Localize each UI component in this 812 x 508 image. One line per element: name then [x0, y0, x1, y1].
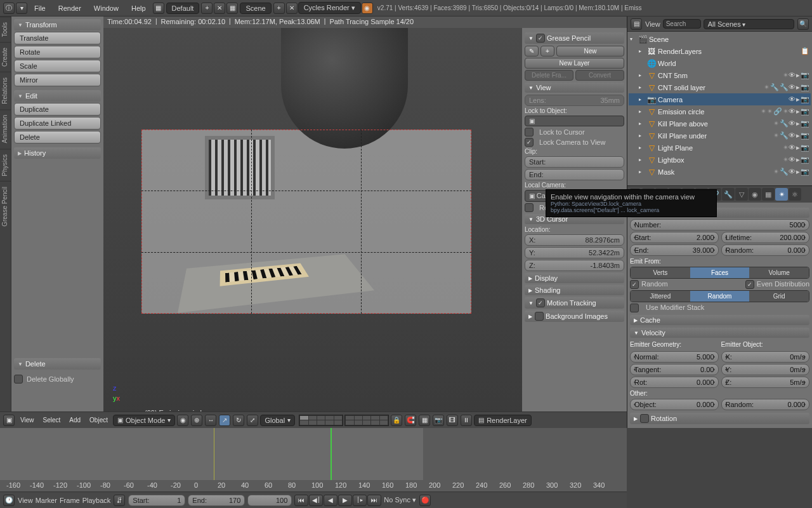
restrict-icon[interactable]: 👁 [789, 83, 796, 91]
outliner-row[interactable]: ▸▽Lightbox✴👁▸📷 [629, 154, 811, 166]
clip-end-field[interactable]: End: [525, 169, 624, 180]
vp-select-menu[interactable]: Select [39, 417, 65, 424]
panel-rotation[interactable]: Rotation [630, 413, 809, 424]
menu-window[interactable]: Window [88, 4, 125, 12]
distribution-toggle[interactable]: Jittered Random Grid [630, 290, 809, 302]
restrict-icon[interactable]: 👁 [789, 95, 796, 104]
layer-buttons[interactable] [299, 415, 389, 426]
tl-start-field[interactable]: Start:1 [128, 495, 185, 506]
outliner-row[interactable]: ▸▽Light Plane✴👁▸📷 [629, 142, 811, 154]
restrict-icon[interactable]: 📷 [801, 95, 809, 104]
tab-particles[interactable]: ✴ [775, 188, 788, 201]
render-preview-icon[interactable]: 📷 [433, 415, 444, 426]
orientation-dropdown[interactable]: Global ▾ [260, 415, 295, 426]
lock-layers-icon[interactable]: 🔒 [391, 415, 402, 426]
restrict-icon[interactable]: ▸ [796, 168, 800, 176]
outliner-row[interactable]: ▸📷Camera👁▸📷 [629, 93, 811, 105]
lock-cursor-checkbox[interactable] [525, 128, 534, 137]
outliner-row[interactable]: 🌐World [629, 57, 811, 69]
outliner-row[interactable]: ▸▽CNT 5nm✴👁▸📷 [629, 69, 811, 81]
delete-globally-checkbox[interactable] [14, 375, 23, 384]
tab-material[interactable]: ◉ [749, 188, 761, 201]
manipulator-toggle[interactable]: ↔ [205, 415, 216, 426]
scene-browse-icon[interactable]: ▦ [226, 3, 238, 14]
mode-dropdown[interactable]: ▣ Object Mode ▾ [113, 415, 175, 426]
restrict-icon[interactable]: 📷 [801, 107, 809, 116]
restrict-icon[interactable]: ▸ [796, 131, 800, 140]
translate-button[interactable]: Translate [14, 32, 101, 44]
render-border-checkbox[interactable] [525, 203, 534, 212]
tl-range-icon[interactable]: ⭿ [114, 495, 125, 506]
vp-add-menu[interactable]: Add [65, 417, 84, 424]
restrict-icon[interactable]: 📷 [801, 156, 809, 164]
vel-x-field[interactable]: X:0m/s [721, 351, 810, 363]
render-engine-dropdown[interactable]: Cycles Render ▾ [298, 2, 361, 14]
emission-lifetime-field[interactable]: Lifetime:200.000 [721, 232, 810, 243]
vtab-animation[interactable]: Animation [0, 109, 11, 148]
np-motion-tracking[interactable]: Motion Tracking [525, 297, 624, 309]
tl-current-field[interactable]: 100 [247, 495, 292, 506]
panel-edit[interactable]: Edit [14, 90, 101, 102]
panel-transform[interactable]: Transform [14, 19, 101, 30]
vtab-create[interactable]: Create [0, 42, 11, 72]
screen-browse-icon[interactable]: ▦ [153, 3, 164, 14]
tab-texture[interactable]: ▦ [762, 188, 775, 201]
tl-keyframe-next[interactable]: ⏐▶ [353, 495, 367, 506]
manip-rotate-icon[interactable]: ↻ [233, 415, 244, 426]
vel-object-field[interactable]: Object:0.000 [630, 399, 719, 410]
restrict-icon[interactable]: 📷 [801, 71, 809, 79]
vtab-tools[interactable]: Tools [0, 17, 11, 42]
duplicate-linked-button[interactable]: Duplicate Linked [14, 117, 101, 130]
tl-autokey-icon[interactable]: 🔴 [419, 495, 431, 506]
gp-add-icon[interactable]: + [540, 46, 554, 57]
restrict-icon[interactable]: 👁 [789, 168, 796, 176]
vel-tangent-field[interactable]: Tangent:0.00 [630, 364, 719, 375]
viewport-canvas[interactable]: zyx (99) Emission circle [103, 28, 522, 428]
timeline-cursor[interactable] [331, 428, 332, 480]
outliner-row[interactable]: ▸▽Kill Plane under✴🔧👁▸📷 [629, 130, 811, 142]
menu-file[interactable]: File [28, 4, 52, 12]
restrict-icon[interactable]: 📷 [801, 131, 809, 140]
emit-random-checkbox[interactable] [630, 280, 639, 289]
restrict-icon[interactable]: ▸ [796, 107, 800, 116]
timeline-editor-icon[interactable]: 🕐 [3, 495, 15, 506]
pivot-dropdown[interactable]: ⊕ [191, 415, 202, 426]
vel-z-field[interactable]: Z:5m/s [721, 377, 810, 388]
restrict-icon[interactable]: 👁 [789, 107, 796, 116]
cursor-x-field[interactable]: X:88.2976cm [525, 234, 624, 246]
tl-jump-end[interactable]: ⏭ [367, 495, 381, 506]
delete-button[interactable]: Delete [14, 131, 101, 144]
grease-enable-checkbox[interactable] [536, 34, 545, 43]
vp-object-menu[interactable]: Object [86, 417, 112, 424]
vtab-relations[interactable]: Relations [0, 72, 11, 109]
restrict-icon[interactable]: ▸ [796, 71, 800, 79]
np-grease-pencil[interactable]: Grease Pencil [525, 32, 624, 44]
restrict-icon[interactable]: ▸ [796, 144, 800, 152]
tl-view-menu[interactable]: View [18, 497, 33, 504]
scene-add-icon[interactable]: + [273, 3, 285, 14]
restrict-icon[interactable]: 👁 [789, 119, 796, 128]
restrict-icon[interactable]: 📷 [801, 83, 809, 91]
tl-play[interactable]: ▶ [338, 495, 352, 506]
panel-velocity[interactable]: Velocity [630, 328, 809, 338]
restrict-icon[interactable]: 📷 [801, 168, 809, 176]
vel-normal-field[interactable]: Normal:5.000 [630, 351, 719, 363]
restrict-icon[interactable]: 👁 [789, 71, 796, 79]
np-display[interactable]: Display [525, 273, 624, 283]
emission-end-field[interactable]: End:39.000 [630, 244, 719, 256]
tl-play-reverse[interactable]: ◀ [324, 495, 337, 506]
outliner-row[interactable]: ▸▽Mask✴🔧👁▸📷 [629, 166, 811, 178]
lock-object-field[interactable]: ▣ [525, 116, 624, 126]
timeline-tracks[interactable] [0, 428, 627, 480]
menu-render[interactable]: Render [52, 4, 88, 12]
op-delete-header[interactable]: Delete [14, 358, 101, 370]
3d-viewport[interactable]: Time:00:04.92|Remaining: 00:02.10|Mem:12… [103, 17, 627, 428]
restrict-icon[interactable]: 👁 [789, 131, 796, 140]
scale-button[interactable]: Scale [14, 60, 101, 72]
tl-keyframe-prev[interactable]: ◀⏐ [309, 495, 323, 506]
outliner-editor-icon[interactable]: ▤ [631, 18, 642, 30]
outliner-row[interactable]: ▸▽Emission circle✴✴🔗✴👁▸📷 [629, 105, 811, 117]
vel-rot-field[interactable]: Rot:0.000 [630, 377, 719, 388]
restrict-icon[interactable]: ▸ [796, 119, 800, 128]
vel-y-field[interactable]: Y:0m/s [721, 364, 810, 375]
